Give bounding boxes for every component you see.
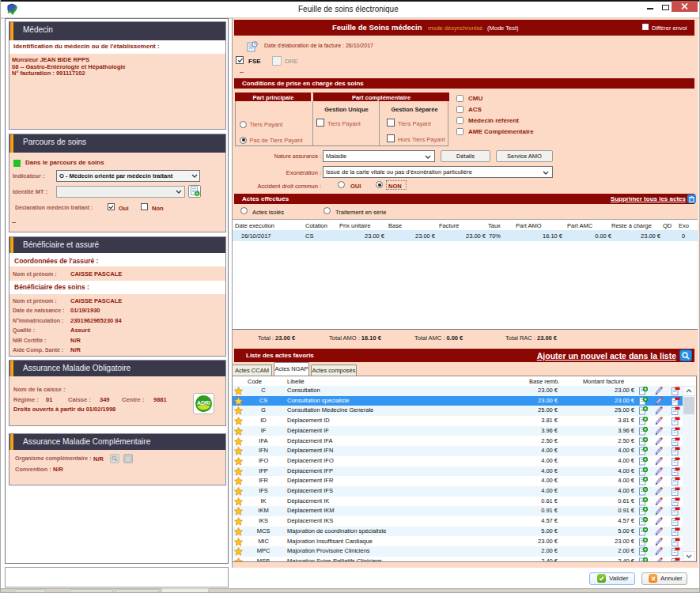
svg-text:ADRi: ADRi — [197, 400, 210, 406]
